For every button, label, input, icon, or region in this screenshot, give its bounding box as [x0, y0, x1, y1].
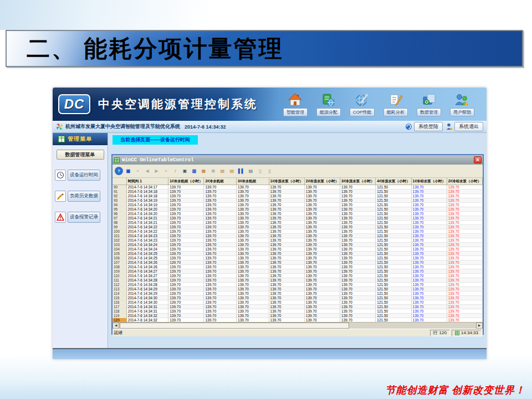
scroll-left-icon[interactable]: ◀	[112, 323, 119, 329]
table-row[interactable]: 1172014-7-6 14:34:31139.70139.70139.7013…	[112, 304, 483, 309]
print-icon[interactable]: ▤	[247, 167, 255, 175]
table-row[interactable]: 1082014-7-6 14:34:26139.70139.70139.7013…	[112, 264, 483, 269]
table-row[interactable]: 1132014-7-6 14:34:29139.70139.70139.7013…	[112, 287, 483, 291]
data-cell: 2014-7-6 14:34:19	[126, 198, 168, 202]
scrollbar-thumb[interactable]	[120, 323, 349, 329]
column-header[interactable]: 1#冷却水泵（小时）	[411, 178, 447, 185]
table-row[interactable]: 1102014-7-6 14:34:27139.70139.70139.7013…	[112, 273, 483, 278]
data-cell: 139.70	[447, 185, 482, 189]
nav-item-smart-management[interactable]: 智能管理	[283, 93, 308, 116]
column-header[interactable]: 2#冷水机组	[204, 178, 237, 185]
nav-item-data-management[interactable]: 数据管理	[417, 93, 441, 116]
table-row[interactable]: 982014-7-6 14:34:21139.70139.70139.70139…	[112, 220, 483, 224]
data-cell: 139.70	[304, 278, 340, 282]
data-cell: 139.70	[411, 185, 447, 189]
data-cell: 139.70	[340, 273, 376, 278]
table-row[interactable]: 1032014-7-6 14:34:24139.70139.70139.7013…	[112, 242, 483, 247]
table-row[interactable]: 952014-7-6 14:34:20139.70139.70139.70139…	[112, 207, 483, 211]
table-row[interactable]: 932014-7-6 14:34:19139.70139.70139.70139…	[112, 198, 483, 202]
import-data-icon[interactable]: ▤	[228, 167, 236, 175]
data-cell: 139.70	[411, 287, 447, 291]
clock-icon[interactable]: ⊙	[209, 167, 217, 175]
close-icon[interactable]: ×	[474, 156, 482, 163]
table-row[interactable]: 912014-7-6 14:34:18139.70139.70139.70139…	[112, 189, 483, 193]
table-row[interactable]: 1002014-7-6 14:34:22139.70139.70139.7013…	[112, 229, 483, 233]
table-row[interactable]: 1022014-7-6 14:34:23139.70139.70139.7013…	[112, 238, 483, 242]
table-row[interactable]: 1182014-7-6 14:34:31139.70139.70139.7013…	[112, 309, 483, 313]
row-number-cell: 117	[112, 304, 126, 309]
data-cell: 121.50	[376, 211, 411, 216]
table-row[interactable]: 1152014-7-6 14:34:30139.70139.70139.7013…	[112, 295, 483, 300]
table-row[interactable]: 1072014-7-6 14:34:26139.70139.70139.7013…	[112, 260, 483, 264]
table-row[interactable]: 942014-7-6 14:34:19139.70139.70139.70139…	[112, 202, 483, 207]
table-row[interactable]: 1062014-7-6 14:34:25139.70139.70139.7013…	[112, 255, 483, 260]
data-cell: 139.70	[168, 216, 204, 220]
edit-icon[interactable]: /	[171, 167, 180, 175]
data-cell: 139.70	[237, 211, 269, 216]
table-row[interactable]: 1142014-7-6 14:34:29139.70139.70139.7013…	[112, 291, 483, 295]
select-time-range-icon[interactable]: ▦	[200, 167, 208, 175]
data-cell: 139.70	[447, 247, 482, 251]
sidebar-item-alarm-records[interactable]: 设备报警记录	[55, 212, 108, 223]
data-cell: 2014-7-6 14:34:23	[126, 238, 168, 242]
table-row[interactable]: 902014-7-6 14:34:17139.70139.70139.70139…	[112, 185, 483, 189]
nav-item-energy-analysis[interactable]: 能耗分析	[383, 93, 408, 116]
refresh-view-icon[interactable]: ▦	[124, 167, 132, 175]
nav-item-user-help[interactable]: 用户帮助	[450, 93, 474, 116]
table-row[interactable]: 1192014-7-6 14:34:32139.70139.70139.7013…	[112, 313, 483, 318]
data-cell: 139.70	[269, 318, 304, 322]
row-number-cell: 116	[112, 300, 126, 304]
data-cell: 2014-7-6 14:34:22	[126, 229, 168, 233]
column-header[interactable]: 1#冷冻水泵（小时）	[269, 178, 304, 185]
data-cell: 139.70	[237, 233, 269, 238]
help-icon[interactable]: ?	[115, 167, 123, 175]
data-cell: 139.70	[269, 295, 304, 300]
table-row[interactable]: 1042014-7-6 14:34:24139.70139.70139.7013…	[112, 247, 483, 251]
horizontal-scrollbar[interactable]: ◀ ▶	[112, 322, 483, 329]
data-cell: 139.70	[411, 216, 447, 220]
export-data-icon[interactable]: ▤	[218, 167, 227, 175]
sidebar-header-label: 管理菜单	[68, 135, 92, 143]
table-row[interactable]: 972014-7-6 14:34:21139.70139.70139.70139…	[112, 216, 483, 220]
data-cell: 139.70	[447, 300, 482, 304]
table-row[interactable]: 1162014-7-6 14:34:30139.70139.70139.7013…	[112, 300, 483, 304]
column-header[interactable]: 时间列 1	[126, 178, 168, 185]
nav-item-energy-allocation[interactable]: 能源分配	[316, 93, 341, 116]
table-row[interactable]: 1052014-7-6 14:34:25139.70139.70139.7013…	[112, 251, 483, 255]
nav-item-cop-performance[interactable]: COP性能	[350, 93, 375, 116]
table-row[interactable]: 992014-7-6 14:34:22139.70139.70139.70139…	[112, 224, 483, 229]
column-header[interactable]: 3#冷水机组	[237, 178, 269, 185]
data-cell: 121.50	[376, 220, 411, 224]
table-row[interactable]: 1092014-7-6 14:34:27139.70139.70139.7013…	[112, 269, 483, 273]
column-header[interactable]: 2#冷却水泵（小时）	[447, 178, 482, 185]
table-row[interactable]: 1202014-7-6 14:34:32139.70139.70139.7013…	[112, 318, 483, 322]
pause-icon[interactable]: ▌▌	[237, 167, 245, 175]
sidebar-section-button[interactable]: 数据管理菜单	[57, 150, 104, 160]
column-header[interactable]	[112, 178, 126, 185]
table-row[interactable]: 922014-7-6 14:34:18139.70139.70139.70139…	[112, 193, 483, 198]
select-columns-icon[interactable]: ▥	[190, 167, 198, 175]
table-row[interactable]: 962014-7-6 14:34:20139.70139.70139.70139…	[112, 211, 483, 216]
data-cell: 121.50	[376, 295, 411, 300]
sidebar-item-load-history[interactable]: 负荷历史数据	[55, 191, 108, 202]
sidebar-item-device-runtime[interactable]: 设备运行时间	[55, 170, 108, 181]
column-header[interactable]: 1#冷水机组（小时）	[168, 178, 204, 185]
system-logout-button[interactable]: 系统退出	[454, 122, 483, 131]
data-cell: 139.70	[168, 242, 204, 247]
status-time-cell: 14:34:33	[452, 330, 482, 336]
column-header[interactable]: 3#冷冻水泵（小时）	[340, 178, 376, 185]
data-cell: 139.70	[168, 255, 204, 260]
data-cell: 139.70	[237, 189, 269, 193]
column-header[interactable]: 4#冷冻水泵（小时）	[376, 178, 411, 185]
column-header[interactable]: 2#冷冻水泵（小时）	[304, 178, 340, 185]
nav-item-label: COP性能	[350, 108, 375, 116]
table-row[interactable]: 1112014-7-6 14:34:28139.70139.70139.7013…	[112, 278, 483, 282]
table-row[interactable]: 1012014-7-6 14:34:23139.70139.70139.7013…	[112, 233, 483, 238]
copy-icon[interactable]: ▣	[181, 167, 189, 175]
system-login-button[interactable]: 系统登陆	[414, 122, 443, 131]
table-row[interactable]: 1122014-7-6 14:34:28139.70139.70139.7013…	[112, 282, 483, 287]
data-cell: 139.70	[447, 198, 482, 202]
pinwheel-icon	[56, 123, 63, 130]
scroll-right-icon[interactable]: ▶	[476, 323, 483, 329]
data-cell: 139.70	[168, 264, 204, 269]
